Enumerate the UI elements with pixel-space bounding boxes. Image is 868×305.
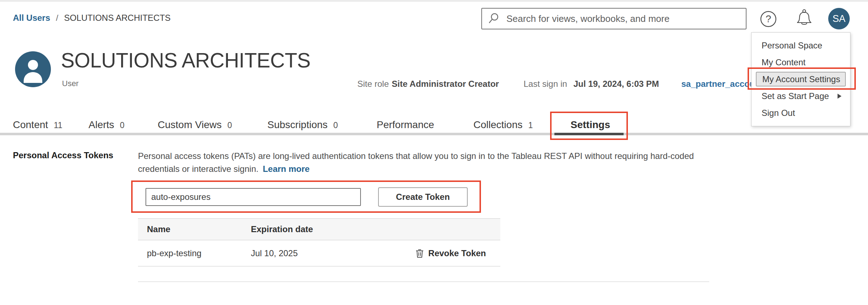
- column-header-name: Name: [138, 224, 251, 234]
- tab-custom-views[interactable]: Custom Views 0: [158, 119, 232, 131]
- breadcrumb-all-users[interactable]: All Users: [13, 13, 50, 23]
- revoke-token-button[interactable]: Revoke Token: [415, 248, 500, 258]
- tab-label: Settings: [571, 119, 610, 131]
- window-top-edge: [0, 0, 868, 2]
- tab-label: Subscriptions: [267, 119, 328, 131]
- tab-performance[interactable]: Performance: [377, 119, 434, 131]
- user-type-label: User: [62, 79, 78, 88]
- revoke-token-label: Revoke Token: [428, 248, 486, 258]
- account-dropdown-menu: Personal Space My Content My Account Set…: [751, 32, 850, 126]
- search-input[interactable]: [506, 13, 736, 25]
- table-row: pb-exp-testing Jul 10, 2025 Revoke Token: [138, 240, 500, 267]
- active-tab-underline: [554, 133, 624, 135]
- tab-count: 1: [528, 121, 533, 130]
- menu-item-personal-space[interactable]: Personal Space: [752, 37, 850, 54]
- tab-alerts[interactable]: Alerts 0: [89, 119, 124, 131]
- tab-underline-track: [0, 133, 868, 135]
- svg-text:?: ?: [766, 13, 771, 24]
- token-name-input[interactable]: [146, 188, 361, 206]
- search-box[interactable]: [481, 8, 747, 29]
- tab-count: 11: [54, 121, 62, 130]
- pat-description-line1: Personal access tokens (PATs) are long-l…: [138, 150, 694, 163]
- section-heading-personal-access-tokens: Personal Access Tokens: [13, 150, 113, 160]
- tab-label: Collections: [473, 119, 523, 131]
- menu-item-set-as-start-page[interactable]: Set as Start Page: [752, 88, 850, 104]
- tab-subscriptions[interactable]: Subscriptions 0: [267, 119, 338, 131]
- breadcrumb-current: SOLUTIONS ARCHITECTS: [64, 13, 171, 23]
- tab-label: Alerts: [89, 119, 114, 131]
- person-icon: [15, 51, 51, 87]
- last-sign-in-value: Jul 19, 2024, 6:03 PM: [573, 79, 659, 89]
- tab-count: 0: [227, 121, 232, 130]
- submenu-arrow-icon: [838, 94, 841, 99]
- user-avatar-button[interactable]: SA: [828, 8, 850, 29]
- profile-avatar: [15, 51, 51, 87]
- site-role-value: Site Administrator Creator: [392, 79, 499, 89]
- search-icon: [488, 12, 501, 25]
- notifications-bell-button[interactable]: [796, 9, 812, 29]
- tab-label: Custom Views: [158, 119, 221, 131]
- trash-icon: [415, 248, 424, 258]
- breadcrumb-separator: /: [56, 13, 58, 23]
- tab-label: Content: [13, 119, 48, 131]
- token-name-cell: pb-exp-testing: [138, 248, 251, 258]
- tab-content[interactable]: Content 11: [13, 119, 62, 131]
- create-token-button[interactable]: Create Token: [378, 187, 468, 207]
- token-table-header: Name Expiration date: [138, 218, 500, 240]
- menu-item-label: Set as Start Page: [762, 91, 829, 101]
- tab-count: 0: [333, 121, 338, 130]
- column-header-expiration: Expiration date: [251, 224, 401, 234]
- help-button[interactable]: ?: [760, 10, 777, 28]
- tableau-user-settings-page: All Users / SOLUTIONS ARCHITECTS ? SA: [0, 0, 868, 305]
- menu-item-my-account-settings[interactable]: My Account Settings: [756, 72, 846, 86]
- tab-collections[interactable]: Collections 1: [473, 119, 533, 131]
- menu-item-my-content[interactable]: My Content: [752, 54, 850, 71]
- page-title: SOLUTIONS ARCHITECTS: [61, 48, 310, 72]
- breadcrumb: All Users / SOLUTIONS ARCHITECTS: [13, 13, 171, 23]
- tab-settings[interactable]: Settings: [571, 119, 610, 131]
- tab-count: 0: [120, 121, 125, 130]
- site-role-label: Site role: [357, 79, 389, 89]
- menu-item-sign-out[interactable]: Sign Out: [752, 104, 850, 121]
- avatar-initials: SA: [833, 13, 845, 24]
- token-table: Name Expiration date pb-exp-testing Jul …: [138, 218, 500, 267]
- token-expiration-cell: Jul 10, 2025: [251, 248, 401, 258]
- last-sign-in-label: Last sign in: [524, 79, 567, 89]
- section-divider: [138, 281, 709, 282]
- account-name-link[interactable]: sa_partner_accou: [681, 79, 755, 89]
- tab-label: Performance: [377, 119, 434, 131]
- learn-more-link[interactable]: Learn more: [263, 164, 310, 174]
- pat-description-line2: credentials or interactive signin.: [138, 164, 258, 174]
- pat-description: Personal access tokens (PATs) are long-l…: [138, 150, 694, 175]
